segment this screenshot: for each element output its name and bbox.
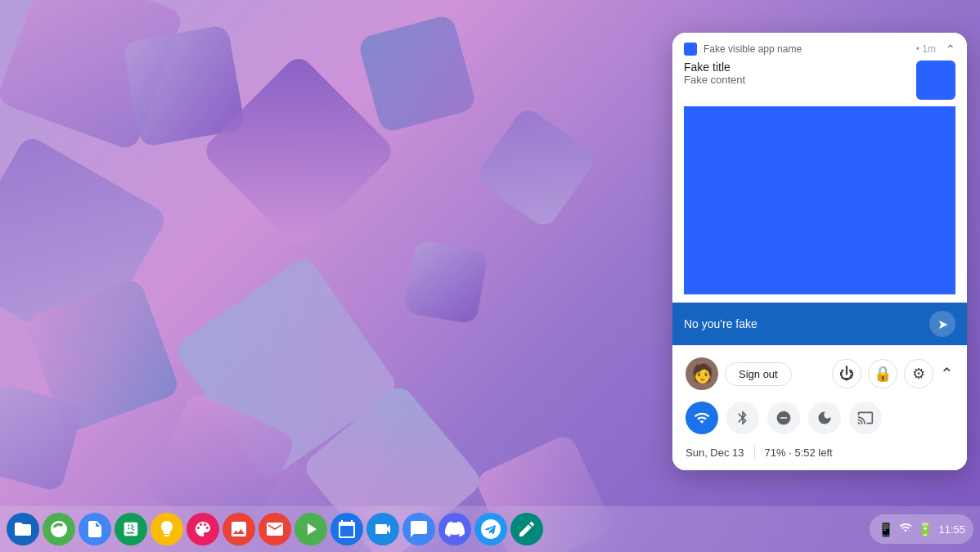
collapse-button[interactable]: ⌃ bbox=[940, 364, 954, 384]
system-tray[interactable]: 📱 🔋 11:55 bbox=[870, 514, 973, 544]
date-label: Sun, Dec 13 bbox=[686, 447, 744, 459]
notif-app-icon bbox=[684, 43, 697, 56]
lock-button[interactable]: 🔒 bbox=[868, 359, 897, 388]
reply-bar: ➤ bbox=[672, 303, 967, 345]
reply-send-button[interactable]: ➤ bbox=[929, 311, 955, 337]
battery-icon: 🔋 bbox=[917, 522, 933, 537]
sheets-icon[interactable] bbox=[115, 513, 147, 545]
user-avatar[interactable]: 🧑 bbox=[686, 357, 718, 390]
calendar-icon[interactable] bbox=[330, 513, 363, 545]
cast-toggle[interactable] bbox=[849, 402, 882, 434]
wifi-toggle[interactable] bbox=[686, 402, 718, 434]
reply-input[interactable] bbox=[684, 317, 929, 330]
clock: 11:55 bbox=[938, 523, 965, 536]
play-icon[interactable] bbox=[294, 513, 327, 545]
settings-button[interactable]: ⚙ bbox=[904, 359, 933, 388]
chrome-icon[interactable] bbox=[43, 513, 75, 545]
notif-time: • 1m bbox=[916, 43, 936, 55]
taskbar-right: 📱 🔋 11:55 bbox=[870, 514, 973, 544]
sign-out-button[interactable]: Sign out bbox=[725, 362, 792, 386]
stylus-icon[interactable] bbox=[510, 513, 543, 545]
docs-icon[interactable] bbox=[79, 513, 111, 545]
power-button[interactable]: ⏻ bbox=[832, 359, 861, 388]
taskbar: 📱 🔋 11:55 bbox=[0, 506, 980, 552]
notification-panel: Fake visible app name • 1m ⌃ Fake title … bbox=[672, 33, 967, 470]
notif-thumbnail bbox=[916, 61, 955, 100]
bluetooth-toggle[interactable] bbox=[726, 402, 759, 434]
dnd-toggle[interactable] bbox=[767, 402, 800, 434]
discord-icon[interactable] bbox=[438, 513, 471, 545]
telegram-icon[interactable] bbox=[474, 513, 507, 545]
notif-collapse-button[interactable]: ⌃ bbox=[946, 43, 955, 56]
notif-title: Fake title bbox=[684, 61, 908, 74]
gmail-icon[interactable] bbox=[258, 513, 291, 545]
notif-content: Fake content bbox=[684, 74, 908, 86]
photos-icon[interactable] bbox=[223, 513, 255, 545]
wifi-icon bbox=[899, 521, 912, 537]
phone-icon: 📱 bbox=[878, 522, 894, 537]
battery-label: 71% · 5:52 left bbox=[765, 447, 833, 459]
keep-icon[interactable] bbox=[151, 513, 183, 545]
meet-icon[interactable] bbox=[366, 513, 399, 545]
notif-app-name: Fake visible app name bbox=[704, 43, 910, 55]
files-icon[interactable] bbox=[7, 513, 39, 545]
paint-icon[interactable] bbox=[187, 513, 219, 545]
quick-settings: 🧑 Sign out ⏻ 🔒 ⚙ ⌃ bbox=[672, 345, 967, 470]
messages-icon[interactable] bbox=[402, 513, 435, 545]
taskbar-apps bbox=[7, 513, 543, 545]
nightmode-toggle[interactable] bbox=[808, 402, 841, 434]
divider bbox=[754, 446, 755, 459]
notif-image bbox=[684, 106, 955, 294]
notification-card: Fake visible app name • 1m ⌃ Fake title … bbox=[672, 33, 967, 303]
